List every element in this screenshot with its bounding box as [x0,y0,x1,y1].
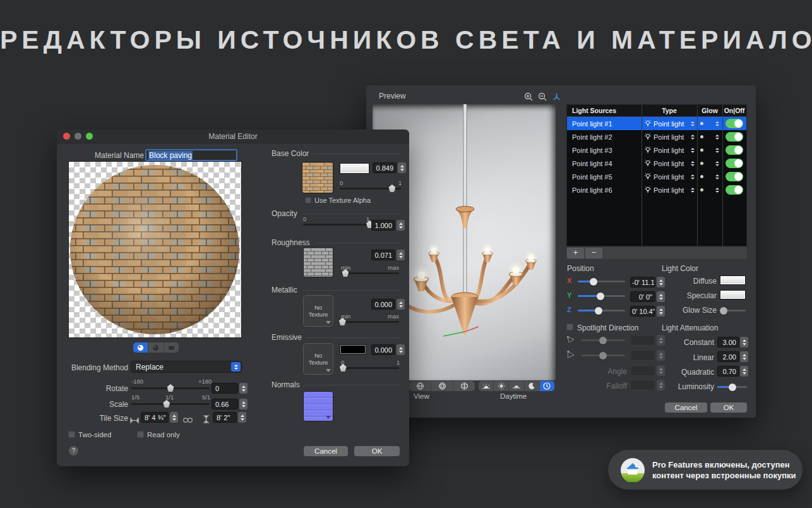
light-type-select[interactable]: Point light [642,119,697,128]
metallic-field[interactable]: 0.000 [371,299,395,310]
tile-height-field[interactable]: 8' 2" [213,412,237,423]
z-slider[interactable] [578,310,625,311]
cube-shape-icon[interactable] [148,342,164,353]
glow-control[interactable] [697,161,722,166]
onoff-toggle[interactable] [725,172,743,181]
moon-icon[interactable] [525,381,540,391]
opacity-stepper[interactable] [397,220,405,231]
scale-slider[interactable] [131,403,210,405]
material-preview[interactable] [68,161,242,338]
glow-size-slider[interactable] [720,310,746,311]
glow-control[interactable] [697,135,722,140]
col-name[interactable]: Light Sources [567,105,642,116]
sphere-shape-icon[interactable] [133,342,148,353]
light-type-select[interactable]: Point light [642,146,697,154]
table-row[interactable]: Point light #3 Point light [567,143,746,157]
texture-alpha-checkbox[interactable] [305,197,311,203]
emissive-color-well[interactable] [340,344,366,354]
sunset-icon[interactable] [509,381,524,391]
spotlight-checkbox[interactable] [566,324,573,330]
opacity-field[interactable]: 1.000 [371,220,395,231]
opacity-slider[interactable] [303,224,369,226]
remove-light-button[interactable]: − [585,248,602,258]
zoom-out-icon[interactable] [538,92,547,104]
help-button[interactable]: ? [69,446,78,456]
onoff-toggle[interactable] [725,132,743,142]
glow-control[interactable] [697,188,722,193]
table-row[interactable]: Point light #5 Point light [567,170,746,183]
cancel-button[interactable]: Cancel [304,446,348,456]
time-clock-icon[interactable] [540,381,554,391]
orbit-axes-icon[interactable] [552,92,561,104]
rotate-stepper[interactable] [239,383,248,394]
table-row[interactable]: Point light #2 Point light [567,130,746,143]
base-color-texture[interactable] [302,162,333,193]
table-row[interactable]: Point light #6 Point light [567,183,746,197]
col-glow[interactable]: Glow [697,105,722,116]
tile-width-field[interactable]: 8' 4 ¾" [141,412,169,423]
col-type[interactable]: Type [642,105,697,116]
zoom-in-icon[interactable] [524,92,534,104]
add-light-button[interactable]: + [567,248,584,258]
linear-stepper[interactable] [740,351,748,362]
onoff-toggle[interactable] [725,145,743,155]
cancel-button[interactable]: Cancel [665,402,707,413]
emissive-slider[interactable] [341,367,399,369]
base-color-slider[interactable] [340,188,401,190]
luminosity-slider[interactable] [717,386,747,388]
roughness-texture[interactable] [303,247,333,277]
metallic-slider[interactable] [341,321,399,323]
tile-width-stepper[interactable] [170,412,178,423]
blending-method-popup[interactable]: Replace [131,361,242,373]
view-shaded-icon[interactable] [431,381,453,391]
quadratic-stepper[interactable] [740,366,748,377]
table-row[interactable]: Point light #4 Point light [567,157,746,170]
titlebar[interactable]: Material Editor [57,130,409,143]
metallic-stepper[interactable] [397,299,405,310]
view-textured-icon[interactable] [453,381,475,391]
sunrise-icon[interactable] [479,381,494,391]
plane-shape-icon[interactable] [164,342,179,353]
scale-stepper[interactable] [239,399,248,409]
roughness-slider[interactable] [341,272,399,274]
specular-color-well[interactable] [720,290,746,299]
roughness-field[interactable]: 0.071 [371,250,395,260]
y-value-field[interactable]: 0' 0" [630,291,655,302]
roughness-stepper[interactable] [397,250,405,260]
base-color-field[interactable]: 0.849 [373,162,397,173]
two-sided-checkbox[interactable] [68,431,75,438]
ok-button[interactable]: OK [354,446,400,456]
pro-features-badge[interactable]: Pro Features включены, доступен контент … [608,450,803,490]
light-type-select[interactable]: Point light [642,172,697,181]
glow-control[interactable] [697,148,722,153]
diffuse-color-well[interactable] [720,275,746,285]
base-color-well[interactable] [340,163,369,174]
base-color-stepper[interactable] [398,162,406,173]
x-value-field[interactable]: -0' 11.1" [630,277,655,287]
metallic-no-texture[interactable]: No Texture [303,295,333,327]
emissive-stepper[interactable] [397,344,405,355]
light-type-select[interactable]: Point light [642,186,697,194]
scale-field[interactable]: 0.66 [212,399,238,409]
quadratic-field[interactable]: 0.70 [717,366,739,377]
onoff-toggle[interactable] [725,159,743,168]
rotate-slider[interactable] [131,387,210,389]
material-name-input[interactable]: Block paving [145,149,237,161]
emissive-field[interactable]: 0.000 [371,344,395,355]
onoff-toggle[interactable] [725,119,743,128]
ok-button[interactable]: OK [710,402,747,413]
constant-field[interactable]: 3.00 [717,337,739,348]
read-only-checkbox[interactable] [137,431,144,438]
x-slider[interactable] [578,281,625,282]
onoff-toggle[interactable] [725,185,743,195]
view-wireframe-icon[interactable] [409,381,431,391]
normals-texture[interactable] [303,391,333,421]
tile-height-stepper[interactable] [238,412,246,423]
glow-control[interactable] [697,121,722,126]
sun-icon[interactable] [494,381,509,391]
y-slider[interactable] [578,295,625,297]
col-onoff[interactable]: On|Off [722,105,746,116]
constant-stepper[interactable] [740,337,748,348]
emissive-no-texture[interactable]: No Texture [303,343,333,375]
table-row[interactable]: Point light #1 Point light [567,117,746,130]
